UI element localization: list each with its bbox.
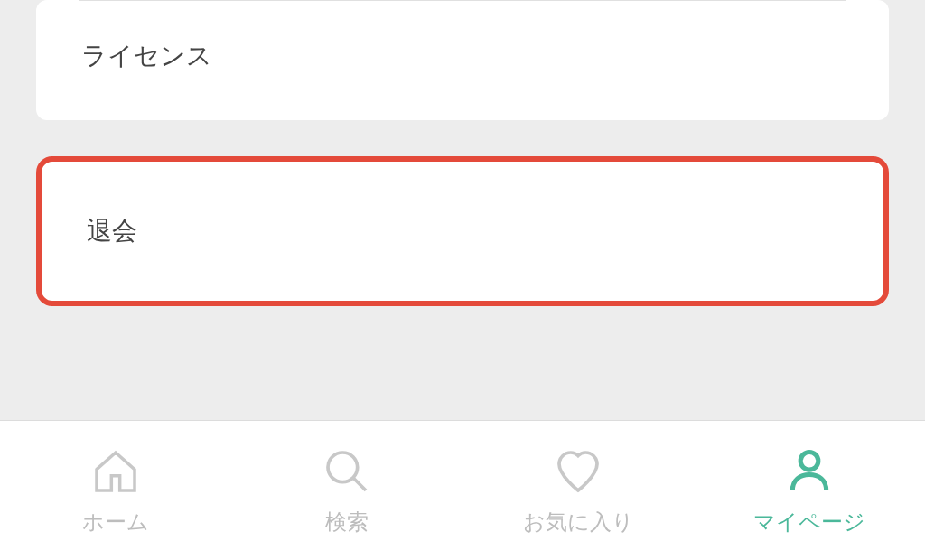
person-icon [782,444,836,499]
settings-card: ライセンス [36,0,889,120]
content-area: ライセンス 退会 [0,0,925,420]
nav-home-label: ホーム [82,508,149,537]
withdraw-card[interactable]: 退会 [36,156,889,306]
license-label: ライセンス [81,42,212,70]
license-row[interactable]: ライセンス [36,1,889,111]
home-icon [89,444,143,499]
svg-line-1 [353,478,366,490]
nav-mypage[interactable]: マイページ [694,421,925,560]
svg-point-0 [328,453,358,482]
svg-point-2 [800,453,818,471]
nav-favorites[interactable]: お気に入り [462,421,694,560]
nav-favorites-label: お気に入り [523,508,634,537]
nav-home[interactable]: ホーム [0,421,231,560]
bottom-nav: ホーム 検索 お気に入り マイページ [0,420,925,560]
nav-search[interactable]: 検索 [231,421,462,560]
heart-icon [551,444,605,499]
nav-mypage-label: マイページ [753,508,865,537]
nav-search-label: 検索 [325,508,369,537]
search-icon [320,444,374,499]
withdraw-label: 退会 [87,217,137,245]
